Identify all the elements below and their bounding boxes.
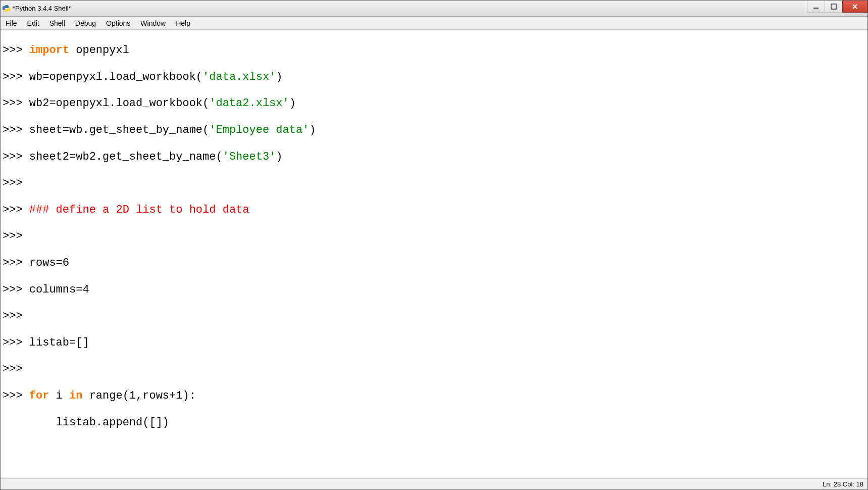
code-line [3,469,865,478]
minimize-button[interactable] [807,1,825,13]
code-line: >>> listab=[] [3,336,865,350]
window-controls [807,1,867,16]
code-line: >>> [3,177,865,190]
cursor-position: Ln: 28 Col: 18 [823,480,863,488]
code-line: >>> rows=6 [3,257,865,270]
maximize-button[interactable] [825,1,843,13]
close-button[interactable] [842,1,867,13]
menu-help[interactable]: Help [171,18,195,29]
menu-debug[interactable]: Debug [70,18,101,29]
window-title: *Python 3.4.4 Shell* [13,5,807,12]
code-line: >>> columns=4 [3,283,865,297]
svg-rect-2 [813,8,819,9]
code-line: >>> [3,230,865,243]
code-line: >>> ### define a 2D list to hold data [3,204,865,217]
code-line [3,443,865,456]
svg-point-0 [5,5,6,6]
menu-options[interactable]: Options [101,18,135,29]
svg-rect-3 [831,4,836,9]
code-line: >>> wb=openpyxl.load_workbook('data.xlsx… [3,71,865,84]
code-line: >>> sheet=wb.get_sheet_by_name('Employee… [3,124,865,137]
code-line: >>> import openpyxl [3,44,865,57]
code-line: listab.append([]) [3,416,865,429]
menu-edit[interactable]: Edit [22,18,44,29]
code-line: >>> wb2=openpyxl.load_workbook('data2.xl… [3,97,865,110]
code-line: >>> sheet2=wb2.get_sheet_by_name('Sheet3… [3,151,865,164]
code-line: >>> [3,310,865,323]
menu-window[interactable]: Window [135,18,171,29]
titlebar[interactable]: *Python 3.4.4 Shell* [1,1,867,17]
menu-shell[interactable]: Shell [44,18,70,29]
python-icon [3,5,11,13]
statusbar: Ln: 28 Col: 18 [1,478,867,489]
menu-file[interactable]: File [1,18,22,29]
svg-point-1 [8,11,9,12]
menubar: File Edit Shell Debug Options Window Hel… [1,17,867,30]
code-line: >>> [3,363,865,376]
shell-content[interactable]: >>> import openpyxl >>> wb=openpyxl.load… [1,30,867,478]
app-window: *Python 3.4.4 Shell* File Edit Shell Deb… [0,0,868,490]
code-line: >>> for i in range(1,rows+1): [3,389,865,403]
